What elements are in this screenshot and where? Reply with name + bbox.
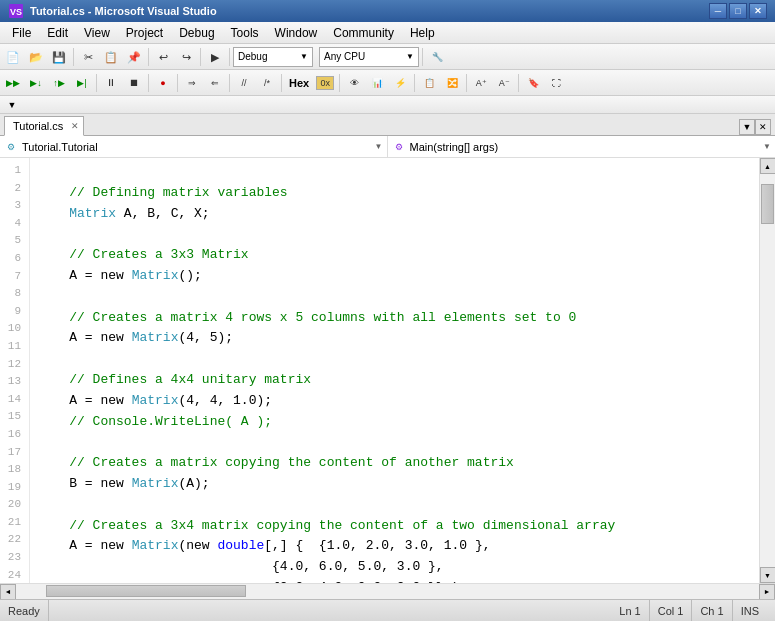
undo-button[interactable]: ↩	[152, 46, 174, 68]
ch-label: Ch 1	[700, 605, 723, 617]
sep11	[339, 74, 340, 92]
menu-bar: FileEditViewProjectDebugToolsWindowCommu…	[0, 22, 775, 44]
redo-button[interactable]: ↪	[175, 46, 197, 68]
status-ch: Ch 1	[692, 600, 732, 621]
step-into-button[interactable]: ▶↓	[25, 72, 47, 94]
sep2	[148, 48, 149, 66]
outdent-button[interactable]: ⇐	[204, 72, 226, 94]
menu-item-project[interactable]: Project	[118, 23, 171, 43]
toolbar-debug: ▶▶ ▶↓ ↑▶ ▶| ⏸ ⏹ ● ⇒ ⇐ // /* Hex 0x 👁 📊 ⚡…	[0, 70, 775, 96]
code-editor[interactable]: 1234567891011121314151617181920212223242…	[0, 158, 775, 583]
sep3	[200, 48, 201, 66]
extension-button[interactable]: 🔧	[426, 46, 448, 68]
class-arrow-icon: ▼	[375, 142, 383, 151]
bookmarks-button[interactable]: 🔖	[522, 72, 544, 94]
scroll-track[interactable]	[760, 174, 775, 567]
close-tab-button[interactable]: ✕	[755, 119, 771, 135]
autos-button[interactable]: ⚡	[389, 72, 411, 94]
menu-item-view[interactable]: View	[76, 23, 118, 43]
new-project-button[interactable]: 📄	[2, 46, 24, 68]
menu-item-file[interactable]: File	[4, 23, 39, 43]
svg-text:VS: VS	[10, 7, 22, 17]
less-btn[interactable]: A⁻	[493, 72, 515, 94]
fullscreen-button[interactable]: ⛶	[545, 72, 567, 94]
indent-button[interactable]: ⇒	[181, 72, 203, 94]
code-content[interactable]: // Defining matrix variables Matrix A, B…	[30, 158, 759, 583]
app-icon: VS	[8, 3, 24, 19]
open-button[interactable]: 📂	[25, 46, 47, 68]
method-arrow-icon: ▼	[763, 142, 771, 151]
vertical-scrollbar[interactable]: ▲ ▼	[759, 158, 775, 583]
horizontal-scrollbar[interactable]: ◄ ►	[0, 583, 775, 599]
status-col: Col 1	[650, 600, 693, 621]
menu-item-help[interactable]: Help	[402, 23, 443, 43]
tab-tutorial-cs[interactable]: Tutorial.cs ✕	[4, 116, 84, 136]
line-label: Ln 1	[619, 605, 640, 617]
sep7	[148, 74, 149, 92]
class-name: Tutorial.Tutorial	[22, 141, 98, 153]
pause-button[interactable]: ⏸	[100, 72, 122, 94]
class-icon: ⚙	[4, 140, 18, 154]
status-ins: INS	[733, 600, 767, 621]
expand-toolbar-button[interactable]: ▼	[4, 99, 20, 111]
method-icon: ⚙	[392, 140, 406, 154]
tab-list-button[interactable]: ▼	[739, 119, 755, 135]
menu-item-window[interactable]: Window	[267, 23, 326, 43]
callstack-button[interactable]: 📋	[418, 72, 440, 94]
menu-item-debug[interactable]: Debug	[171, 23, 222, 43]
tab-label: Tutorial.cs	[13, 120, 63, 132]
sep13	[466, 74, 467, 92]
scroll-up-button[interactable]: ▲	[760, 158, 776, 174]
menu-item-tools[interactable]: Tools	[223, 23, 267, 43]
breakpoint-button[interactable]: ●	[152, 72, 174, 94]
cut-button[interactable]: ✂	[77, 46, 99, 68]
status-bar: Ready Ln 1 Col 1 Ch 1 INS	[0, 599, 775, 621]
paste-button[interactable]: 📌	[123, 46, 145, 68]
status-ready: Ready	[8, 600, 49, 621]
sep8	[177, 74, 178, 92]
toolbar-strip: ▼	[0, 96, 775, 114]
threads-button[interactable]: 🔀	[441, 72, 463, 94]
line-numbers: 1234567891011121314151617181920212223242…	[0, 158, 30, 583]
hscroll-track[interactable]	[16, 584, 759, 599]
method-dropdown[interactable]: ⚙ Main(string[] args) ▼	[388, 136, 776, 158]
locals-button[interactable]: 📊	[366, 72, 388, 94]
uncomment-button[interactable]: /*	[256, 72, 278, 94]
sep14	[518, 74, 519, 92]
status-text: Ready	[8, 605, 40, 617]
tab-close-icon[interactable]: ✕	[71, 121, 79, 131]
close-button[interactable]: ✕	[749, 3, 767, 19]
build-button[interactable]: ▶	[204, 46, 226, 68]
config-dropdown[interactable]: Debug ▼	[233, 47, 313, 67]
window-controls[interactable]: ─ □ ✕	[709, 3, 767, 19]
step-out-button[interactable]: ↑▶	[48, 72, 70, 94]
menu-item-community[interactable]: Community	[325, 23, 402, 43]
scroll-down-button[interactable]: ▼	[760, 567, 776, 583]
minimize-button[interactable]: ─	[709, 3, 727, 19]
sep4	[229, 48, 230, 66]
hex-toggle[interactable]: 0x	[314, 72, 336, 94]
restore-button[interactable]: □	[729, 3, 747, 19]
scroll-left-button[interactable]: ◄	[0, 584, 16, 600]
method-name: Main(string[] args)	[410, 141, 499, 153]
scroll-thumb[interactable]	[761, 184, 774, 224]
sep10	[281, 74, 282, 92]
step-over-button[interactable]: ▶▶	[2, 72, 24, 94]
toolbar-standard: 📄 📂 💾 ✂ 📋 📌 ↩ ↪ ▶ Debug ▼ Any CPU ▼ 🔧	[0, 44, 775, 70]
hscroll-thumb[interactable]	[46, 585, 246, 597]
comment-button[interactable]: //	[233, 72, 255, 94]
hex-label: Hex	[285, 77, 313, 89]
watch-button[interactable]: 👁	[343, 72, 365, 94]
class-dropdown[interactable]: ⚙ Tutorial.Tutorial ▼	[0, 136, 388, 158]
scroll-right-button[interactable]: ►	[759, 584, 775, 600]
title-bar: VS Tutorial.cs - Microsoft Visual Studio…	[0, 0, 775, 22]
stop-button[interactable]: ⏹	[123, 72, 145, 94]
sep6	[96, 74, 97, 92]
platform-dropdown[interactable]: Any CPU ▼	[319, 47, 419, 67]
more-btn[interactable]: A⁺	[470, 72, 492, 94]
continue-button[interactable]: ▶|	[71, 72, 93, 94]
col-label: Col 1	[658, 605, 684, 617]
menu-item-edit[interactable]: Edit	[39, 23, 76, 43]
save-all-button[interactable]: 💾	[48, 46, 70, 68]
copy-button[interactable]: 📋	[100, 46, 122, 68]
